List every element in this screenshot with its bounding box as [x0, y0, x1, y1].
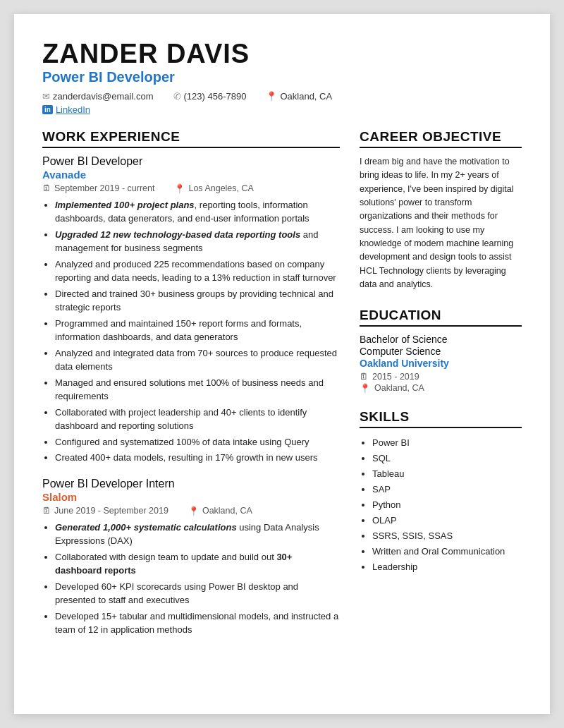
email-contact: ✉ zanderdavis@email.com [42, 91, 154, 102]
edu-degree: Bachelor of Science [360, 334, 522, 345]
job-2-company: Slalom [42, 491, 340, 503]
job-2-meta: 🗓 June 2019 - September 2019 📍 Oakland, … [42, 506, 340, 516]
phone-icon: ✆ [173, 91, 181, 102]
email-icon: ✉ [42, 91, 50, 102]
career-objective-section: CAREER OBJECTIVE I dream big and have th… [360, 129, 522, 292]
right-column: CAREER OBJECTIVE I dream big and have th… [360, 129, 522, 650]
bullet-item: Developed 60+ KPI scorecards using Power… [55, 580, 340, 607]
job-2-dates: 🗓 June 2019 - September 2019 [42, 506, 168, 516]
bullet-item: Collaborated with design team to update … [55, 550, 340, 578]
job-1: Power BI Developer Avanade 🗓 September 2… [42, 155, 340, 465]
location-icon-1: 📍 [174, 183, 185, 194]
skill-item: SQL [372, 451, 522, 466]
skill-item: Leadership [372, 559, 522, 575]
resume-container: ZANDER DAVIS Power BI Developer ✉ zander… [14, 14, 550, 714]
contact-row-1: ✉ zanderdavis@email.com ✆ (123) 456-7890… [42, 91, 522, 103]
edu-years: 🗓 2015 - 2019 [360, 372, 522, 382]
bullet-item: Generated 1,000+ systematic calculations… [55, 521, 340, 548]
left-column: WORK EXPERIENCE Power BI Developer Avana… [42, 129, 340, 650]
linkedin-icon: in [42, 105, 53, 114]
linkedin-contact[interactable]: in LinkedIn [42, 104, 90, 115]
edu-calendar-icon: 🗓 [360, 372, 369, 382]
edu-location: 📍 Oakland, CA [360, 383, 522, 394]
edu-field: Computer Science [360, 346, 522, 357]
skills-section: SKILLS Power BI SQL Tableau SAP Python O… [360, 409, 522, 576]
job-2-title: Power BI Developer Intern [42, 478, 340, 490]
calendar-icon-2: 🗓 [42, 506, 51, 516]
bullet-item: Created 400+ data models, resulting in 1… [55, 451, 340, 465]
job-2-bullets: Generated 1,000+ systematic calculations… [42, 521, 340, 637]
phone-contact: ✆ (123) 456-7890 [173, 91, 247, 102]
bullet-item: Analyzed and integrated data from 70+ so… [55, 346, 340, 374]
job-1-dates: 🗓 September 2019 - current [42, 183, 154, 193]
job-1-meta: 🗓 September 2019 - current 📍 Los Angeles… [42, 183, 340, 194]
career-objective-text: I dream big and have the motivation to b… [360, 155, 522, 292]
skill-item: Python [372, 497, 522, 513]
education-title: EDUCATION [360, 308, 522, 327]
location-icon: 📍 [266, 91, 277, 102]
header: ZANDER DAVIS Power BI Developer ✉ zander… [42, 40, 522, 116]
phone-value: (123) 456-7890 [184, 91, 247, 102]
skill-item: Written and Oral Communication [372, 544, 522, 559]
location-value: Oakland, CA [280, 91, 332, 102]
bullet-item: Analyzed and produced 225 recommendation… [55, 257, 340, 285]
skill-item: SSRS, SSIS, SSAS [372, 528, 522, 544]
job-1-location: 📍 Los Angeles, CA [174, 183, 253, 194]
candidate-title: Power BI Developer [42, 69, 522, 85]
job-1-company: Avanade [42, 169, 340, 181]
candidate-name: ZANDER DAVIS [42, 40, 522, 69]
bullet-item: Managed and ensured solutions met 100% o… [55, 376, 340, 404]
main-content: WORK EXPERIENCE Power BI Developer Avana… [42, 129, 522, 650]
job-2-location: 📍 Oakland, CA [188, 506, 252, 516]
work-experience-title: WORK EXPERIENCE [42, 129, 340, 148]
education-section: EDUCATION Bachelor of Science Computer S… [360, 308, 522, 394]
job-1-title: Power BI Developer [42, 155, 340, 168]
email-value: zanderdavis@email.com [53, 91, 154, 102]
skill-item: OLAP [372, 513, 522, 528]
location-contact: 📍 Oakland, CA [266, 91, 332, 102]
linkedin-link[interactable]: LinkedIn [56, 104, 90, 115]
skills-title: SKILLS [360, 409, 522, 428]
skill-item: SAP [372, 482, 522, 497]
contact-row-2: in LinkedIn [42, 104, 522, 116]
career-objective-title: CAREER OBJECTIVE [360, 129, 522, 148]
skill-item: Power BI [372, 435, 522, 451]
bullet-item: Developed 15+ tabular and multidimension… [55, 609, 340, 637]
work-experience-section: WORK EXPERIENCE Power BI Developer Avana… [42, 129, 340, 637]
calendar-icon-1: 🗓 [42, 183, 51, 193]
bullet-item: Collaborated with project leadership and… [55, 406, 340, 433]
skill-item: Tableau [372, 466, 522, 482]
job-1-bullets: Implemented 100+ project plans, reportin… [42, 198, 340, 465]
bullet-item: Programmed and maintained 150+ report fo… [55, 317, 340, 344]
bullet-item: Configured and systematized 100% of data… [55, 435, 340, 449]
skills-list: Power BI SQL Tableau SAP Python OLAP SSR… [360, 435, 522, 576]
edu-school: Oakland University [360, 358, 522, 369]
bullet-item: Directed and trained 30+ business groups… [55, 287, 340, 315]
bullet-item: Implemented 100+ project plans, reportin… [55, 198, 340, 226]
job-2: Power BI Developer Intern Slalom 🗓 June … [42, 478, 340, 637]
location-icon-2: 📍 [188, 506, 200, 516]
edu-location-icon: 📍 [360, 383, 371, 394]
bullet-item: Upgraded 12 new technology-based data re… [55, 228, 340, 255]
